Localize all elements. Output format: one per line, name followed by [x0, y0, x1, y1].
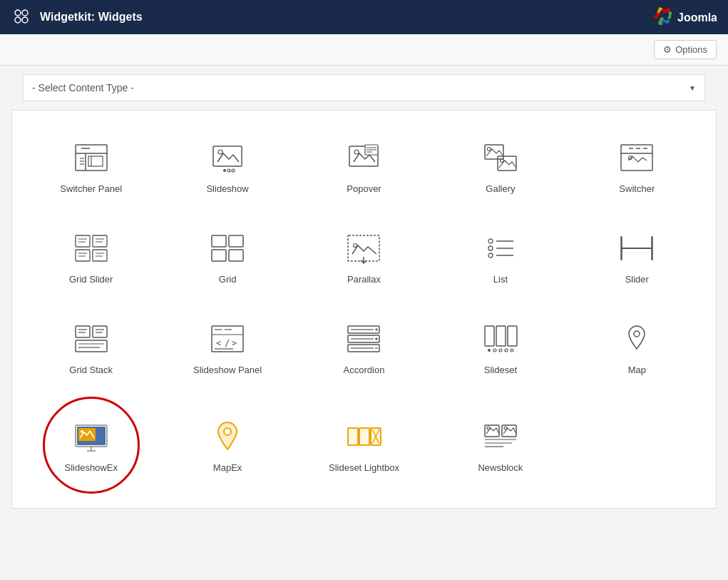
newsblock-icon — [482, 418, 519, 455]
toolbar: ⚙ Options — [0, 34, 728, 66]
widget-switcher-panel[interactable]: Switcher Panel — [26, 125, 155, 208]
svg-point-18 — [227, 169, 230, 172]
popover-label: Popover — [347, 183, 381, 194]
gallery-icon — [482, 139, 519, 176]
svg-text:Joomla!: Joomla! — [677, 11, 717, 24]
gear-icon: ⚙ — [663, 44, 672, 55]
widget-grid-stack[interactable]: Grid Stack — [26, 306, 155, 390]
svg-point-116 — [504, 427, 507, 429]
widget-gallery[interactable]: Gallery — [436, 125, 565, 208]
select-wrapper: - Select Content Type - Switcher Panel S… — [24, 75, 704, 101]
options-button[interactable]: ⚙ Options — [654, 40, 717, 59]
slideshow-panel-label: Slideshow Panel — [193, 365, 262, 375]
list-icon — [482, 230, 519, 267]
slideset-lightbox-label: Slideset Lightbox — [329, 462, 399, 473]
header-left: Widgetkit: Widgets — [11, 6, 143, 29]
svg-point-98 — [505, 349, 508, 352]
app-title: Widgetkit: Widgets — [40, 11, 143, 24]
widget-slider[interactable]: Slider — [573, 215, 702, 299]
widget-switcher[interactable]: Switcher — [573, 125, 702, 208]
widgetkit-icon — [11, 6, 31, 29]
grid-icon — [209, 230, 246, 267]
svg-rect-49 — [229, 235, 243, 247]
map-label: Map — [628, 365, 646, 375]
svg-rect-109 — [359, 428, 369, 445]
svg-rect-51 — [229, 250, 243, 261]
widget-container: Switcher Panel Slideshow — [11, 110, 717, 509]
widget-newsblock[interactable]: Newsblock — [436, 397, 565, 494]
svg-rect-93 — [496, 326, 506, 346]
svg-point-96 — [493, 349, 496, 352]
grid-stack-icon — [73, 320, 110, 357]
svg-point-53 — [354, 244, 357, 248]
svg-point-0 — [15, 10, 21, 16]
slideshowex-icon — [73, 418, 110, 455]
newsblock-label: Newsblock — [478, 462, 523, 473]
svg-point-17 — [223, 169, 226, 172]
switcher-label: Switcher — [619, 183, 655, 194]
widget-slideshow[interactable]: Slideshow — [163, 125, 292, 208]
map-icon — [618, 320, 655, 357]
mapex-icon — [209, 418, 246, 455]
svg-rect-94 — [508, 326, 517, 346]
widget-list[interactable]: List — [436, 215, 565, 299]
switcher-panel-label: Switcher Panel — [60, 183, 122, 194]
grid-slider-label: Grid Slider — [69, 274, 113, 285]
list-label: List — [493, 274, 508, 285]
svg-text:/: / — [225, 338, 230, 348]
widget-slideset[interactable]: Slideset — [436, 306, 565, 390]
widget-parallax[interactable]: Parallax — [299, 215, 429, 299]
popover-icon — [345, 139, 382, 176]
svg-text:<: < — [216, 338, 221, 348]
slider-icon — [618, 230, 655, 267]
options-label: Options — [675, 44, 707, 55]
widget-accordion[interactable]: Accordion — [299, 306, 429, 390]
accordion-label: Accordion — [344, 365, 385, 375]
svg-rect-14 — [213, 146, 242, 166]
svg-rect-64 — [76, 326, 90, 337]
svg-rect-92 — [485, 326, 494, 346]
svg-rect-62 — [621, 237, 622, 260]
svg-rect-50 — [212, 250, 226, 261]
svg-point-59 — [488, 253, 493, 258]
widget-map[interactable]: Map — [573, 306, 702, 390]
slideshow-icon — [209, 139, 246, 176]
widget-grid-slider[interactable]: Grid Slider — [26, 215, 155, 299]
slideshow-panel-icon: < / > — [209, 320, 246, 357]
svg-point-114 — [487, 427, 490, 429]
svg-rect-12 — [88, 156, 103, 166]
grid-slider-icon — [73, 230, 110, 267]
widget-slideset-lightbox[interactable]: Slideset Lightbox — [299, 397, 429, 494]
svg-rect-37 — [93, 235, 107, 247]
svg-point-97 — [499, 349, 502, 352]
svg-line-15 — [213, 146, 242, 166]
svg-point-100 — [634, 331, 640, 337]
accordion-icon — [345, 320, 382, 357]
slideset-lightbox-icon — [345, 418, 382, 455]
svg-rect-42 — [76, 250, 90, 261]
svg-point-19 — [232, 169, 235, 172]
svg-text:>: > — [232, 338, 237, 348]
svg-point-95 — [488, 349, 491, 352]
svg-point-3 — [22, 17, 28, 23]
gallery-label: Gallery — [486, 183, 515, 194]
widget-slideshow-panel[interactable]: < / > Slideshow Panel — [163, 306, 292, 390]
parallax-label: Parallax — [347, 274, 381, 285]
slider-label: Slider — [625, 274, 649, 285]
svg-point-27 — [487, 148, 491, 151]
switcher-icon — [618, 139, 655, 176]
widget-slideshowex[interactable]: SlideshowEx — [43, 397, 140, 494]
widget-grid: Switcher Panel Slideshow — [26, 125, 702, 494]
svg-point-55 — [488, 239, 493, 243]
content-type-select[interactable]: - Select Content Type - Switcher Panel S… — [24, 75, 704, 101]
svg-rect-43 — [93, 250, 107, 261]
svg-rect-108 — [348, 428, 358, 445]
svg-point-104 — [81, 430, 83, 433]
widget-mapex[interactable]: MapEx — [163, 397, 292, 494]
widget-grid[interactable]: Grid — [163, 215, 292, 299]
mapex-label: MapEx — [213, 462, 242, 473]
svg-point-2 — [15, 17, 21, 23]
widget-popover[interactable]: Popover — [299, 125, 429, 208]
svg-rect-70 — [76, 340, 107, 352]
svg-point-107 — [224, 428, 231, 435]
